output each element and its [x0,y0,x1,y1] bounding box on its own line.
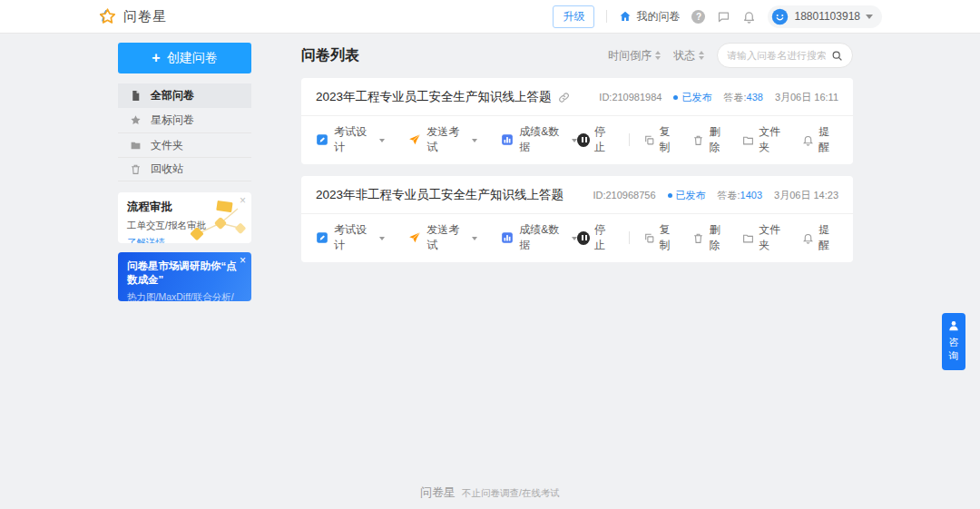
file-icon [130,90,142,102]
chevron-down-icon [866,15,873,19]
main-content: 问卷列表 时间倒序 状态 2023年工程专业员工安全生产知识线上答题 [301,41,853,262]
upgrade-button[interactable]: 升级 [553,5,594,28]
sidebar: + 创建问卷 全部问卷 星标问卷 文件夹 回收站 [118,43,251,301]
delete-label: 删除 [709,124,729,155]
sidebar-item-label: 全部问卷 [151,88,194,103]
copy-button[interactable]: 复制 [643,222,680,253]
delete-label: 删除 [709,222,729,253]
create-survey-label: 创建问卷 [167,50,218,66]
promo-card-research: × 问卷星市场调研助你“点数成金” 热力图/MaxDiff/联合分析/产品概念测… [118,252,251,301]
folder-icon [130,140,142,152]
promo-title: 问卷星市场调研助你“点数成金” [127,259,242,287]
link-icon[interactable] [558,92,570,103]
promo-card-approval: × 流程审批 工单交互/报名审批 了解详情 [118,192,251,243]
status-filter[interactable]: 状态 [673,48,704,64]
footer-brand: 问卷星 [420,485,456,499]
copy-button[interactable]: 复制 [643,124,680,155]
divider [606,10,607,23]
wjx-logo[interactable]: 问卷星 [98,7,167,26]
chart-icon [501,133,514,146]
star-logo-icon [98,7,117,26]
trash-icon [692,232,704,244]
survey-id: ID:210981984 [599,92,662,103]
remind-button[interactable]: 提醒 [802,222,838,253]
feedback-icon[interactable] [717,10,730,24]
network-illustration [181,198,251,243]
answers-label: 答卷: [718,190,740,201]
stop-button[interactable]: 停止 [577,124,615,155]
sidebar-item-label: 文件夹 [151,138,183,153]
chevron-down-icon [379,237,385,240]
send-exam-label: 发送考试 [426,222,466,253]
my-surveys-label: 我的问卷 [636,9,680,24]
sidebar-item-all-surveys[interactable]: 全部问卷 [118,83,251,108]
folder-label: 文件夹 [759,124,789,155]
send-icon [408,133,421,146]
status-label: 已发布 [676,189,706,202]
delete-button[interactable]: 删除 [692,124,729,155]
status-filter-label: 状态 [673,48,695,64]
notification-bell-icon[interactable] [742,10,756,24]
chevron-down-icon [379,139,385,142]
search-icon[interactable] [831,50,843,62]
exam-design-dropdown[interactable]: 考试设计 [316,124,385,155]
close-icon[interactable]: × [240,255,246,266]
top-header: 问卷星 升级 我的问卷 ? [0,0,980,34]
consult-float-button[interactable]: 咨询 [942,313,965,370]
send-icon [408,231,421,244]
answers-count: 答卷:1403 [718,189,763,202]
send-exam-dropdown[interactable]: 发送考试 [408,124,477,155]
answers-value[interactable]: 1403 [740,190,762,201]
stop-button[interactable]: 停止 [577,222,615,253]
results-data-dropdown[interactable]: 成绩&数据 [501,222,577,253]
folder-label: 文件夹 [759,222,789,253]
survey-title[interactable]: 2023年工程专业员工安全生产知识线上答题 [316,89,552,105]
remind-label: 提醒 [818,222,838,253]
logo-text: 问卷星 [123,8,167,25]
my-surveys-link[interactable]: 我的问卷 [619,9,680,24]
trash-icon [692,134,704,146]
consult-label: 咨询 [948,336,959,363]
delete-button[interactable]: 删除 [692,222,729,253]
page-title: 问卷列表 [301,46,359,65]
create-survey-button[interactable]: + 创建问卷 [118,43,251,73]
trash-icon [130,163,142,175]
status-badge: 已发布 [673,91,711,104]
sort-filter-label: 时间倒序 [608,48,652,64]
search-box [717,43,853,68]
folder-button[interactable]: 文件夹 [742,222,789,253]
answers-value[interactable]: 438 [747,92,763,103]
survey-card: 2023年非工程专业员工安全生产知识线上答题 ID:210968756 已发布 … [301,176,853,262]
stop-label: 停止 [594,222,615,253]
footer-slogan: 不止问卷调查/在线考试 [462,487,560,498]
bell-icon [802,134,814,146]
results-data-dropdown[interactable]: 成绩&数据 [501,124,577,155]
stop-label: 停止 [594,124,615,155]
design-icon [316,231,328,244]
divider [629,133,630,146]
exam-design-label: 考试设计 [334,124,374,155]
answers-label: 答卷: [723,92,746,103]
status-dot [668,193,672,198]
sidebar-item-folders[interactable]: 文件夹 [118,132,251,157]
copy-icon [643,232,655,244]
folder-button[interactable]: 文件夹 [742,124,789,155]
account-menu[interactable]: 18801103918 [768,5,882,28]
promo-subtitle: 热力图/MaxDiff/联合分析/产品概念测试 [127,291,242,301]
sidebar-item-recycle-bin[interactable]: 回收站 [118,157,251,181]
sidebar-item-starred[interactable]: 星标问卷 [118,108,251,132]
send-exam-dropdown[interactable]: 发送考试 [408,222,477,253]
remind-label: 提醒 [818,124,838,155]
remind-button[interactable]: 提醒 [802,124,838,155]
search-input[interactable] [727,50,826,61]
results-data-label: 成绩&数据 [519,222,566,253]
status-badge: 已发布 [668,189,706,202]
survey-title[interactable]: 2023年非工程专业员工安全生产知识线上答题 [316,187,564,203]
help-icon[interactable]: ? [691,10,705,24]
sort-filter[interactable]: 时间倒序 [608,48,661,64]
exam-design-dropdown[interactable]: 考试设计 [316,222,385,253]
copy-label: 复制 [660,124,680,155]
pause-icon [577,231,590,245]
status-label: 已发布 [681,91,711,104]
sort-arrows-icon [655,51,661,60]
